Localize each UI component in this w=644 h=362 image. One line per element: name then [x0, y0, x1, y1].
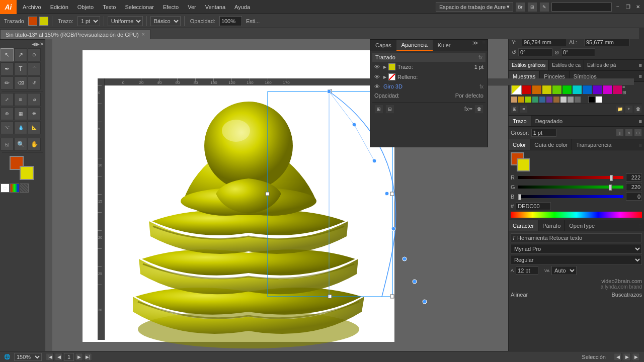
select-tool[interactable]: ↖	[1, 48, 14, 61]
relleno-color-box[interactable]	[388, 73, 395, 80]
swatch-orange[interactable]	[532, 84, 542, 95]
path-tool[interactable]: ⌒	[28, 62, 41, 75]
play-prev-btn[interactable]: ◀	[614, 353, 622, 361]
estilos-pagina-tab[interactable]: Estilos de pá	[584, 60, 619, 70]
caracter-menu-icon[interactable]: ≡	[637, 220, 644, 231]
capas-tab[interactable]: Capas	[370, 40, 396, 51]
cap-butt-icon[interactable]: |	[616, 129, 624, 137]
muestras-add-icon[interactable]: +	[625, 105, 633, 113]
swatch-yellow[interactable]	[542, 84, 552, 95]
menu-texto[interactable]: Texto	[99, 3, 120, 11]
zoom-tool[interactable]: 🔍	[14, 138, 27, 151]
page-number-input[interactable]	[64, 353, 74, 361]
estilos-capa-tab[interactable]: Estilos de ca	[549, 60, 584, 70]
color-tab[interactable]: Color	[509, 139, 530, 150]
fill-color-swatch[interactable]	[39, 17, 48, 26]
play-next-btn[interactable]: ▶	[632, 353, 640, 361]
magic-wand-tool[interactable]: ⊙	[28, 48, 41, 61]
giro3d-eye-icon[interactable]: 👁	[374, 83, 381, 89]
retocar-texto-btn[interactable]: T Herramienta Retocar texto	[511, 233, 642, 242]
trazo-panel-tab[interactable]: Trazo	[509, 116, 531, 126]
menu-efecto[interactable]: Efecto	[159, 3, 183, 11]
first-page-btn[interactable]: |◀	[46, 353, 54, 361]
swatch-lightgray[interactable]	[560, 96, 567, 103]
pencil-tool[interactable]: ✏	[1, 76, 14, 89]
muestras-list-icon[interactable]: ≡	[520, 105, 528, 113]
r-slider-thumb[interactable]	[610, 175, 613, 181]
measure-tool[interactable]: 📐	[28, 121, 41, 134]
bridge-icon[interactable]: Br	[515, 2, 525, 12]
muestras-menu-icon[interactable]: ≡	[637, 71, 644, 81]
swatch-black[interactable]	[588, 96, 595, 103]
muestras-mode-icon[interactable]: ⊞	[511, 105, 519, 113]
rot2-input[interactable]	[561, 48, 595, 56]
trazo-menu-icon[interactable]: ≡	[637, 116, 644, 126]
pen-tool[interactable]: ✒	[1, 62, 14, 75]
tab-close-button[interactable]: ×	[142, 32, 145, 37]
swatch-brown[interactable]	[553, 96, 560, 103]
b-value-input[interactable]	[626, 193, 642, 201]
search-input[interactable]	[551, 3, 612, 12]
play-btn[interactable]: ▶	[623, 353, 631, 361]
panel-expand-icon[interactable]: ≫	[470, 40, 480, 51]
rotate-tool[interactable]: ↺	[28, 76, 41, 89]
erase-tool[interactable]: ⌫	[14, 76, 27, 89]
tool-panel-right-arrow[interactable]: ▶	[36, 41, 40, 47]
swatch-tan[interactable]	[511, 96, 518, 103]
giro3d-label[interactable]: Giro 3D	[383, 83, 403, 89]
swatch-green[interactable]	[562, 84, 572, 95]
minimize-button[interactable]: −	[614, 3, 622, 11]
swatch-medgray[interactable]	[567, 96, 574, 103]
menu-edicion[interactable]: Edición	[46, 3, 72, 11]
b-slider-thumb[interactable]	[518, 194, 521, 200]
color-pattern-btn[interactable]	[20, 184, 29, 193]
shape-builder-tool[interactable]: ⊕	[1, 107, 14, 120]
next-page-btn[interactable]: ▶	[75, 353, 83, 361]
hex-value-input[interactable]	[516, 202, 551, 210]
color-gradient-btn[interactable]	[10, 184, 19, 193]
type-tool[interactable]: T	[14, 62, 27, 75]
symbol-tool[interactable]: ❋	[28, 107, 41, 120]
document-tab[interactable]: Sin título-13* al 150% (RGB/Previsualiza…	[0, 29, 150, 39]
giro3d-fx-icon[interactable]: fx	[479, 84, 484, 89]
r-slider-track[interactable]	[518, 175, 624, 179]
hand-tool[interactable]: ✋	[28, 138, 41, 151]
restore-button[interactable]: ❐	[624, 3, 632, 11]
eyedrop-tool[interactable]: 💧	[14, 121, 27, 134]
slice-tool[interactable]: ◱	[1, 138, 14, 151]
swatch-violet[interactable]	[546, 96, 553, 103]
trazo-color-box[interactable]	[388, 63, 395, 70]
fill-color-box[interactable]	[20, 166, 34, 180]
muestras-trash-icon[interactable]: 🗑	[634, 105, 642, 113]
menu-ayuda[interactable]: Ayuda	[230, 3, 254, 11]
apariencia-delete-icon[interactable]: ⊟	[385, 105, 394, 114]
color-menu-icon[interactable]: ≡	[637, 139, 644, 150]
swatch-navy[interactable]	[539, 96, 546, 103]
paintbucket-tool[interactable]: ⌥	[1, 121, 14, 134]
g-slider-thumb[interactable]	[609, 185, 612, 191]
panel-menu-icon[interactable]: ≡	[480, 40, 488, 51]
prev-page-btn[interactable]: ◀	[55, 353, 63, 361]
r-value-input[interactable]	[626, 173, 642, 182]
tool-panel-close-icon[interactable]: ✕	[40, 41, 44, 47]
style-basic-select[interactable]: Básico	[150, 16, 181, 26]
opentype-tab[interactable]: OpenType	[565, 220, 599, 231]
menu-seleccionar[interactable]: Seleccionar	[121, 3, 157, 11]
swatch-teal[interactable]	[532, 96, 539, 103]
blend-tool[interactable]: ⌀	[28, 93, 41, 106]
muestras-folder-icon[interactable]: 📁	[616, 105, 624, 113]
menu-archivo[interactable]: Archivo	[19, 3, 45, 11]
stroke-color-swatch[interactable]	[28, 17, 37, 26]
swatch-gray[interactable]	[574, 96, 581, 103]
zoom-select[interactable]: 150%	[14, 353, 42, 361]
swatch-pink[interactable]	[612, 84, 622, 95]
swatch-magenta[interactable]	[602, 84, 612, 95]
warp-tool[interactable]: ≋	[14, 93, 27, 106]
cap-round-icon[interactable]: ○	[625, 129, 633, 137]
font-style-select[interactable]: Regular	[511, 255, 642, 265]
parrafo-tab[interactable]: Párrafo	[538, 220, 565, 231]
cap-square-icon[interactable]: □	[634, 129, 642, 137]
swatch-gold[interactable]	[518, 96, 525, 103]
grosor-input[interactable]	[531, 129, 556, 137]
b-slider-track[interactable]	[518, 195, 624, 199]
